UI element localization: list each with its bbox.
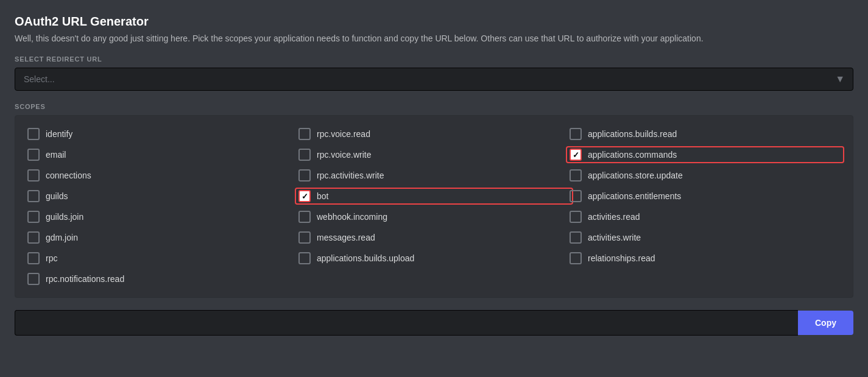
select-redirect-label: SELECT REDIRECT URL — [15, 55, 853, 63]
scope-checkbox-bot[interactable] — [298, 190, 311, 202]
scope-checkbox-rpc[interactable] — [27, 252, 40, 264]
scope-column: identifyemailconnectionsguildsguilds.joi… — [27, 128, 298, 285]
scope-label-applications.builds.upload: applications.builds.upload — [317, 253, 414, 263]
generated-url-input[interactable] — [15, 310, 798, 336]
scope-checkbox-guilds.join[interactable] — [27, 211, 40, 223]
scope-item[interactable]: email — [27, 149, 298, 161]
scope-checkbox-email[interactable] — [27, 149, 40, 161]
scope-item[interactable]: webhook.incoming — [298, 211, 570, 223]
scope-item[interactable]: connections — [27, 169, 298, 181]
scope-label-connections: connections — [46, 171, 91, 180]
scope-label-gdm.join: gdm.join — [46, 233, 78, 242]
scope-label-applications.builds.read: applications.builds.read — [588, 129, 677, 139]
scope-item[interactable]: messages.read — [298, 231, 570, 244]
scope-label-rpc: rpc — [46, 253, 57, 263]
scope-checkbox-applications.commands[interactable] — [570, 149, 582, 161]
scope-checkbox-applications.entitlements[interactable] — [570, 190, 582, 202]
scope-item[interactable]: applications.builds.read — [570, 128, 841, 140]
scope-item[interactable]: applications.commands — [567, 147, 843, 162]
scope-column: applications.builds.readapplications.com… — [570, 128, 841, 285]
scope-item[interactable]: guilds — [27, 190, 298, 202]
scope-label-guilds.join: guilds.join — [46, 212, 83, 222]
scope-item[interactable]: applications.entitlements — [570, 190, 841, 202]
scopes-grid: identifyemailconnectionsguildsguilds.joi… — [27, 128, 841, 285]
scope-label-rpc.voice.read: rpc.voice.read — [317, 129, 370, 139]
scope-checkbox-messages.read[interactable] — [298, 231, 311, 244]
scope-checkbox-applications.store.update[interactable] — [570, 169, 582, 181]
scope-item[interactable]: rpc — [27, 252, 298, 264]
redirect-url-wrapper: Select... ▼ — [15, 68, 853, 91]
scope-checkbox-applications.builds.read[interactable] — [570, 128, 582, 140]
scope-item[interactable]: applications.builds.upload — [298, 252, 570, 264]
scope-checkbox-guilds[interactable] — [27, 190, 40, 202]
scope-checkbox-rpc.voice.write[interactable] — [298, 149, 311, 161]
scope-label-activities.write: activities.write — [588, 233, 641, 242]
scope-checkbox-webhook.incoming[interactable] — [298, 211, 311, 223]
scope-label-bot: bot — [317, 191, 328, 201]
scope-checkbox-relationships.read[interactable] — [570, 252, 582, 264]
scope-label-rpc.voice.write: rpc.voice.write — [317, 150, 371, 160]
scope-item[interactable]: bot — [296, 189, 572, 203]
scope-checkbox-rpc.voice.read[interactable] — [298, 128, 311, 140]
scope-label-identify: identify — [46, 129, 72, 139]
scope-label-relationships.read: relationships.read — [588, 253, 655, 263]
scope-item[interactable]: activities.write — [570, 231, 841, 244]
scope-item[interactable]: applications.store.update — [570, 169, 841, 181]
scope-item[interactable]: activities.read — [570, 211, 841, 223]
scope-item[interactable]: rpc.voice.write — [298, 149, 570, 161]
scope-item[interactable]: guilds.join — [27, 211, 298, 223]
scope-label-messages.read: messages.read — [317, 233, 375, 242]
scope-checkbox-activities.write[interactable] — [570, 231, 582, 244]
scope-item[interactable]: rpc.voice.read — [298, 128, 570, 140]
scope-label-rpc.notifications.read: rpc.notifications.read — [46, 274, 124, 284]
scope-item[interactable]: identify — [27, 128, 298, 140]
scope-item[interactable]: gdm.join — [27, 231, 298, 244]
scope-checkbox-gdm.join[interactable] — [27, 231, 40, 244]
scope-checkbox-rpc.notifications.read[interactable] — [27, 273, 40, 285]
scope-label-applications.commands: applications.commands — [588, 150, 677, 160]
scope-label-email: email — [46, 150, 66, 160]
scope-checkbox-rpc.activities.write[interactable] — [298, 169, 311, 181]
scope-label-rpc.activities.write: rpc.activities.write — [317, 171, 384, 180]
scope-label-webhook.incoming: webhook.incoming — [317, 212, 387, 222]
scope-item[interactable]: relationships.read — [570, 252, 841, 264]
scopes-label: SCOPES — [15, 103, 853, 110]
scopes-container: identifyemailconnectionsguildsguilds.joi… — [15, 115, 853, 298]
scope-label-applications.entitlements: applications.entitlements — [588, 191, 681, 201]
scope-checkbox-connections[interactable] — [27, 169, 40, 181]
page-title: OAuth2 URL Generator — [15, 15, 853, 29]
scope-checkbox-applications.builds.upload[interactable] — [298, 252, 311, 264]
scope-label-applications.store.update: applications.store.update — [588, 171, 683, 180]
scope-item[interactable]: rpc.notifications.read — [27, 273, 298, 285]
scope-label-activities.read: activities.read — [588, 212, 640, 222]
scope-column: rpc.voice.readrpc.voice.writerpc.activit… — [298, 128, 570, 285]
scope-label-guilds: guilds — [46, 191, 68, 201]
page-description: Well, this doesn't do any good just sitt… — [15, 33, 853, 43]
scope-checkbox-activities.read[interactable] — [570, 211, 582, 223]
redirect-url-select[interactable]: Select... — [15, 68, 853, 91]
scope-checkbox-identify[interactable] — [27, 128, 40, 140]
scope-item[interactable]: rpc.activities.write — [298, 169, 570, 181]
copy-button[interactable]: Copy — [798, 311, 853, 335]
url-row: Copy — [15, 310, 853, 336]
